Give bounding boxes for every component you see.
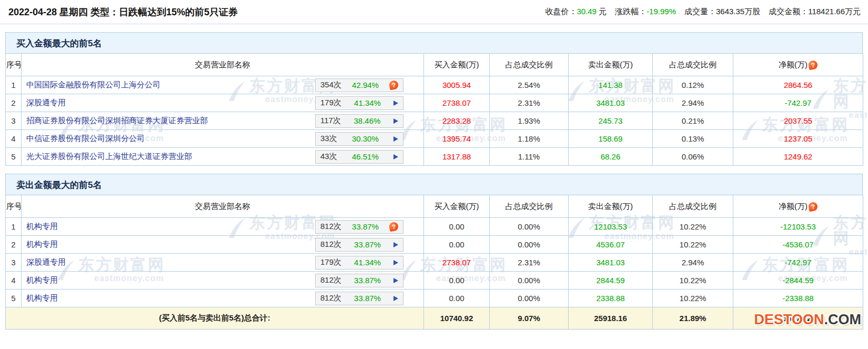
stat-badge[interactable]: 43次 46.51% (315, 150, 403, 164)
net-amount-cell: 2864.56 (733, 76, 863, 94)
badge-count: 812次 (320, 222, 341, 232)
stat-badge[interactable]: 812次 33.87% (315, 292, 403, 305)
badge-percent: 33.87% (354, 240, 381, 249)
dept-name-link[interactable]: 深股通专用 (22, 98, 66, 107)
badge-count: 812次 (320, 275, 341, 285)
close-price-stat: 收盘价：30.49 元 (545, 7, 607, 17)
col-header-buy-ratio: 占总成交比例 (490, 195, 569, 218)
badge-percent: 33.87% (354, 276, 381, 285)
sell-amount-cell: 3481.03 (569, 94, 653, 112)
col-header-sell-amount: 卖出金额(万) (569, 195, 653, 218)
net-amount-cell: -742.97 (733, 94, 863, 112)
expand-arrow-icon[interactable] (393, 101, 398, 106)
badge-count: 33次 (320, 134, 337, 144)
badge-percent: 46.51% (352, 152, 379, 161)
buy-ratio-cell: 2.31% (490, 254, 569, 272)
buy-amount-cell: 0.00 (424, 218, 490, 236)
volume-value: 3643.35万股 (716, 7, 760, 16)
grand-total-sell: 25918.16 (569, 307, 653, 330)
dept-name-link[interactable]: 光大证券股份有限公司上海世纪大道证券营业部 (22, 152, 192, 161)
sell-section: 卖出金额最大的前5名 序号 交易营业部名称 买入金额(万) 占总成交比例 卖出金… (5, 174, 863, 330)
expand-arrow-icon[interactable] (393, 278, 398, 283)
stat-badge[interactable]: 812次 33.87% (315, 238, 403, 252)
question-mark-icon[interactable]: ? (389, 80, 399, 91)
expand-arrow-icon[interactable] (393, 260, 398, 265)
badge-percent: 38.46% (354, 116, 381, 125)
dept-name-link[interactable]: 机构专用 (22, 293, 58, 302)
stat-badge[interactable]: 354次 42.94% ? (315, 78, 403, 92)
badge-count: 354次 (320, 80, 341, 90)
dept-name-link[interactable]: 机构专用 (22, 240, 58, 248)
sell-amount-cell: 245.73 (569, 112, 653, 130)
buy-ratio-cell: 0.00% (490, 236, 569, 254)
dept-name-link[interactable]: 深股通专用 (22, 257, 66, 266)
volume-label: 成交量： (684, 7, 716, 16)
close-price-value: 30.49 (577, 7, 597, 16)
expand-arrow-icon[interactable] (393, 136, 398, 142)
sell-ratio-cell: 10.22% (653, 218, 733, 236)
table-row: 3 深股通专用 179次 41.34% 2738.07 2.31% 3481.0… (6, 254, 863, 272)
sell-ratio-cell: 0.12% (653, 76, 733, 94)
sell-ratio-cell: 2.94% (653, 94, 733, 112)
sell-ratio-cell: 2.94% (653, 254, 733, 272)
stat-badge[interactable]: 33次 30.30% (315, 132, 403, 146)
col-header-sell-amount: 卖出金额(万) (569, 54, 653, 76)
stat-badge[interactable]: 179次 41.34% (315, 256, 403, 270)
table-row: 5 机构专用 812次 33.87% 0.00 0.00% 2338.88 10… (6, 290, 863, 307)
dept-name-link[interactable]: 中信证券股份有限公司深圳分公司 (22, 134, 145, 143)
close-price-unit: 元 (599, 7, 607, 16)
badge-count: 179次 (320, 257, 341, 267)
table-row: 1 中国国际金融股份有限公司上海分公司 354次 42.94% ? 3005.9… (6, 76, 863, 94)
col-header-net: 净额(万)? (733, 195, 863, 218)
volume-stat: 成交量：3643.35万股 (684, 7, 760, 17)
col-header-sell-ratio: 占总成交比例 (653, 195, 733, 218)
stat-badge[interactable]: 812次 33.87% (315, 274, 403, 287)
buy-ratio-cell: 0.00% (490, 290, 569, 307)
expand-arrow-icon[interactable] (393, 242, 398, 247)
buy-amount-cell: 0.00 (424, 236, 490, 254)
close-price-label: 收盘价： (545, 7, 577, 16)
dept-name-link[interactable]: 中国国际金融股份有限公司上海分公司 (22, 80, 160, 89)
sell-section-title: 卖出金额最大的前5名 (5, 174, 863, 195)
col-header-index: 序号 (6, 195, 22, 218)
stat-badge[interactable]: 117次 38.46% (315, 114, 403, 128)
main-content: 买入金额最大的前5名 序号 交易营业部名称 买入金额(万) 占总成交比例 卖出金… (5, 32, 863, 330)
question-mark-icon[interactable]: ? (808, 202, 819, 212)
badge-percent: 33.87% (352, 222, 379, 231)
badge-percent: 42.94% (352, 81, 379, 89)
stat-badge[interactable]: 179次 41.34% (315, 96, 403, 110)
change-stat: 涨跌幅：-19.99% (615, 7, 676, 17)
badge-count: 812次 (320, 240, 341, 250)
buy-ratio-cell: 0.00% (490, 218, 569, 236)
expand-arrow-icon[interactable] (393, 118, 398, 124)
grand-total-row: (买入前5名与卖出前5名)总合计: 10740.92 9.07% 25918.1… (6, 307, 863, 330)
col-header-dept: 交易营业部名称 (22, 54, 424, 76)
badge-count: 117次 (320, 116, 341, 126)
grand-total-sell-ratio: 21.89% (653, 307, 733, 330)
col-header-buy-ratio: 占总成交比例 (490, 54, 569, 76)
dept-name-link[interactable]: 机构专用 (22, 275, 58, 284)
destoon-watermark-logo: DESTOON.COM (754, 313, 861, 327)
sell-amount-cell: 12103.53 (569, 218, 653, 236)
row-index: 5 (6, 290, 22, 307)
expand-arrow-icon[interactable] (393, 154, 398, 159)
destoon-brand-text: DESTOON (754, 312, 824, 327)
col-header-index: 序号 (6, 54, 22, 76)
buy-ratio-cell: 2.31% (490, 94, 569, 112)
stat-badge[interactable]: 812次 33.87% ? (315, 220, 403, 234)
sell-ratio-cell: 10.22% (653, 272, 733, 290)
question-mark-icon[interactable]: ? (389, 222, 399, 232)
buy-section-title: 买入金额最大的前5名 (5, 32, 863, 54)
buy-ratio-cell: 2.54% (490, 76, 569, 94)
amount-label: 成交金额： (769, 7, 808, 16)
badge-percent: 41.34% (354, 98, 381, 107)
question-mark-icon[interactable]: ? (808, 60, 819, 71)
expand-arrow-icon[interactable] (393, 296, 398, 301)
dept-name-link[interactable]: 机构专用 (22, 222, 58, 231)
row-index: 3 (6, 112, 22, 130)
buy-table-header-row: 序号 交易营业部名称 买入金额(万) 占总成交比例 卖出金额(万) 占总成交比例… (6, 54, 863, 76)
dept-name-link[interactable]: 招商证券股份有限公司深圳招商证券大厦证券营业部 (22, 116, 208, 125)
col-header-buy-amount: 买入金额(万) (424, 54, 490, 76)
buy-amount-cell: 2738.07 (424, 254, 490, 272)
col-header-net: 净额(万)? (733, 54, 863, 76)
